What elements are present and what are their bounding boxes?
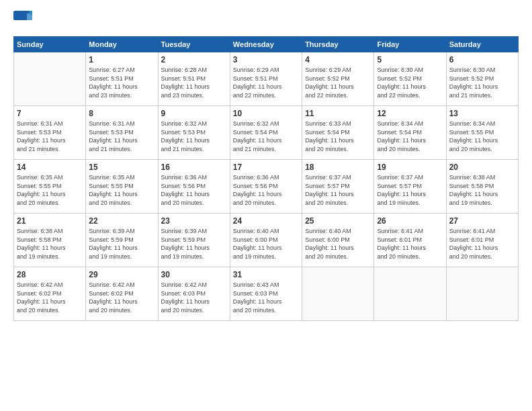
calendar-cell	[302, 267, 374, 321]
day-of-week-header: Tuesday	[158, 37, 230, 52]
calendar-cell: 16Sunrise: 6:36 AM Sunset: 5:56 PM Dayli…	[158, 160, 230, 214]
day-number: 11	[305, 109, 371, 118]
day-info: Sunrise: 6:40 AM Sunset: 6:00 PM Dayligh…	[305, 227, 371, 261]
day-number: 1	[89, 55, 154, 64]
day-info: Sunrise: 6:43 AM Sunset: 6:03 PM Dayligh…	[233, 281, 299, 314]
calendar-cell: 19Sunrise: 6:37 AM Sunset: 5:57 PM Dayli…	[374, 160, 446, 214]
day-number: 23	[161, 216, 227, 226]
day-info: Sunrise: 6:37 AM Sunset: 5:57 PM Dayligh…	[305, 173, 371, 207]
day-number: 17	[233, 163, 299, 172]
calendar-cell: 9Sunrise: 6:32 AM Sunset: 5:53 PM Daylig…	[158, 106, 230, 160]
calendar-cell: 22Sunrise: 6:39 AM Sunset: 5:59 PM Dayli…	[86, 214, 158, 267]
day-number: 30	[161, 270, 227, 279]
day-number: 18	[305, 163, 371, 172]
day-info: Sunrise: 6:31 AM Sunset: 5:53 PM Dayligh…	[17, 120, 83, 153]
day-info: Sunrise: 6:42 AM Sunset: 6:02 PM Dayligh…	[89, 281, 154, 314]
calendar-cell: 25Sunrise: 6:40 AM Sunset: 6:00 PM Dayli…	[302, 214, 374, 267]
day-info: Sunrise: 6:40 AM Sunset: 6:00 PM Dayligh…	[233, 227, 299, 261]
calendar-week-row: 21Sunrise: 6:38 AM Sunset: 5:58 PM Dayli…	[14, 214, 519, 267]
day-info: Sunrise: 6:41 AM Sunset: 6:01 PM Dayligh…	[449, 227, 515, 261]
day-number: 20	[449, 163, 515, 172]
calendar-table: SundayMondayTuesdayWednesdayThursdayFrid…	[13, 36, 519, 321]
calendar-cell: 23Sunrise: 6:39 AM Sunset: 5:59 PM Dayli…	[158, 214, 230, 267]
day-number: 26	[377, 216, 443, 226]
day-info: Sunrise: 6:38 AM Sunset: 5:58 PM Dayligh…	[449, 173, 515, 207]
calendar-cell: 5Sunrise: 6:30 AM Sunset: 5:52 PM Daylig…	[374, 52, 446, 106]
day-of-week-header: Saturday	[446, 37, 518, 52]
calendar-cell: 20Sunrise: 6:38 AM Sunset: 5:58 PM Dayli…	[446, 160, 518, 214]
calendar-cell: 10Sunrise: 6:32 AM Sunset: 5:54 PM Dayli…	[230, 106, 302, 160]
calendar-cell: 30Sunrise: 6:42 AM Sunset: 6:03 PM Dayli…	[158, 267, 230, 321]
calendar-cell: 13Sunrise: 6:34 AM Sunset: 5:55 PM Dayli…	[446, 106, 518, 160]
calendar-cell: 15Sunrise: 6:35 AM Sunset: 5:55 PM Dayli…	[86, 160, 158, 214]
calendar-cell: 17Sunrise: 6:36 AM Sunset: 5:56 PM Dayli…	[230, 160, 302, 214]
day-number: 25	[305, 216, 371, 226]
logo-icon	[13, 11, 32, 30]
day-info: Sunrise: 6:34 AM Sunset: 5:54 PM Dayligh…	[377, 120, 443, 153]
day-number: 29	[89, 270, 154, 279]
day-info: Sunrise: 6:27 AM Sunset: 5:51 PM Dayligh…	[89, 66, 154, 99]
day-number: 31	[233, 270, 299, 279]
day-number: 5	[377, 55, 443, 64]
day-of-week-header: Wednesday	[230, 37, 302, 52]
calendar-header-row: SundayMondayTuesdayWednesdayThursdayFrid…	[14, 37, 519, 52]
day-number: 12	[377, 109, 443, 118]
calendar-cell	[14, 52, 86, 106]
day-info: Sunrise: 6:36 AM Sunset: 5:56 PM Dayligh…	[233, 173, 299, 207]
day-info: Sunrise: 6:41 AM Sunset: 6:01 PM Dayligh…	[377, 227, 443, 261]
calendar-cell: 2Sunrise: 6:28 AM Sunset: 5:51 PM Daylig…	[158, 52, 230, 106]
day-number: 7	[17, 109, 83, 118]
day-number: 19	[377, 163, 443, 172]
logo	[13, 11, 35, 30]
header	[13, 11, 519, 30]
calendar-cell: 21Sunrise: 6:38 AM Sunset: 5:58 PM Dayli…	[14, 214, 86, 267]
calendar-cell: 7Sunrise: 6:31 AM Sunset: 5:53 PM Daylig…	[14, 106, 86, 160]
calendar-week-row: 14Sunrise: 6:35 AM Sunset: 5:55 PM Dayli…	[14, 160, 519, 214]
day-info: Sunrise: 6:35 AM Sunset: 5:55 PM Dayligh…	[89, 173, 154, 207]
calendar-cell: 8Sunrise: 6:31 AM Sunset: 5:53 PM Daylig…	[86, 106, 158, 160]
calendar-cell: 31Sunrise: 6:43 AM Sunset: 6:03 PM Dayli…	[230, 267, 302, 321]
page: SundayMondayTuesdayWednesdayThursdayFrid…	[0, 0, 532, 411]
calendar-week-row: 1Sunrise: 6:27 AM Sunset: 5:51 PM Daylig…	[14, 52, 519, 106]
day-number: 27	[449, 216, 515, 226]
day-info: Sunrise: 6:42 AM Sunset: 6:02 PM Dayligh…	[17, 281, 83, 314]
calendar-week-row: 7Sunrise: 6:31 AM Sunset: 5:53 PM Daylig…	[14, 106, 519, 160]
day-number: 3	[233, 55, 299, 64]
day-number: 22	[89, 216, 154, 226]
calendar-cell: 14Sunrise: 6:35 AM Sunset: 5:55 PM Dayli…	[14, 160, 86, 214]
day-info: Sunrise: 6:30 AM Sunset: 5:52 PM Dayligh…	[449, 66, 515, 99]
day-of-week-header: Thursday	[302, 37, 374, 52]
day-info: Sunrise: 6:28 AM Sunset: 5:51 PM Dayligh…	[161, 66, 227, 99]
calendar-cell: 1Sunrise: 6:27 AM Sunset: 5:51 PM Daylig…	[86, 52, 158, 106]
day-info: Sunrise: 6:34 AM Sunset: 5:55 PM Dayligh…	[449, 120, 515, 153]
day-info: Sunrise: 6:32 AM Sunset: 5:54 PM Dayligh…	[233, 120, 299, 153]
calendar-cell: 12Sunrise: 6:34 AM Sunset: 5:54 PM Dayli…	[374, 106, 446, 160]
calendar-cell: 4Sunrise: 6:29 AM Sunset: 5:52 PM Daylig…	[302, 52, 374, 106]
day-number: 14	[17, 163, 83, 172]
day-info: Sunrise: 6:32 AM Sunset: 5:53 PM Dayligh…	[161, 120, 227, 153]
day-info: Sunrise: 6:39 AM Sunset: 5:59 PM Dayligh…	[161, 227, 227, 261]
calendar-cell: 26Sunrise: 6:41 AM Sunset: 6:01 PM Dayli…	[374, 214, 446, 267]
day-number: 28	[17, 270, 83, 279]
calendar-cell: 11Sunrise: 6:33 AM Sunset: 5:54 PM Dayli…	[302, 106, 374, 160]
calendar-cell: 24Sunrise: 6:40 AM Sunset: 6:00 PM Dayli…	[230, 214, 302, 267]
day-number: 9	[161, 109, 227, 118]
calendar-cell	[374, 267, 446, 321]
day-info: Sunrise: 6:42 AM Sunset: 6:03 PM Dayligh…	[161, 281, 227, 314]
day-number: 16	[161, 163, 227, 172]
day-number: 2	[161, 55, 227, 64]
day-info: Sunrise: 6:30 AM Sunset: 5:52 PM Dayligh…	[377, 66, 443, 99]
calendar-week-row: 28Sunrise: 6:42 AM Sunset: 6:02 PM Dayli…	[14, 267, 519, 321]
calendar-cell: 28Sunrise: 6:42 AM Sunset: 6:02 PM Dayli…	[14, 267, 86, 321]
day-number: 8	[89, 109, 154, 118]
day-of-week-header: Sunday	[14, 37, 86, 52]
day-number: 15	[89, 163, 154, 172]
day-info: Sunrise: 6:39 AM Sunset: 5:59 PM Dayligh…	[89, 227, 154, 261]
calendar-cell: 6Sunrise: 6:30 AM Sunset: 5:52 PM Daylig…	[446, 52, 518, 106]
day-number: 6	[449, 55, 515, 64]
day-info: Sunrise: 6:31 AM Sunset: 5:53 PM Dayligh…	[89, 120, 154, 153]
day-number: 24	[233, 216, 299, 226]
calendar-cell: 18Sunrise: 6:37 AM Sunset: 5:57 PM Dayli…	[302, 160, 374, 214]
day-info: Sunrise: 6:33 AM Sunset: 5:54 PM Dayligh…	[305, 120, 371, 153]
day-number: 21	[17, 216, 83, 226]
